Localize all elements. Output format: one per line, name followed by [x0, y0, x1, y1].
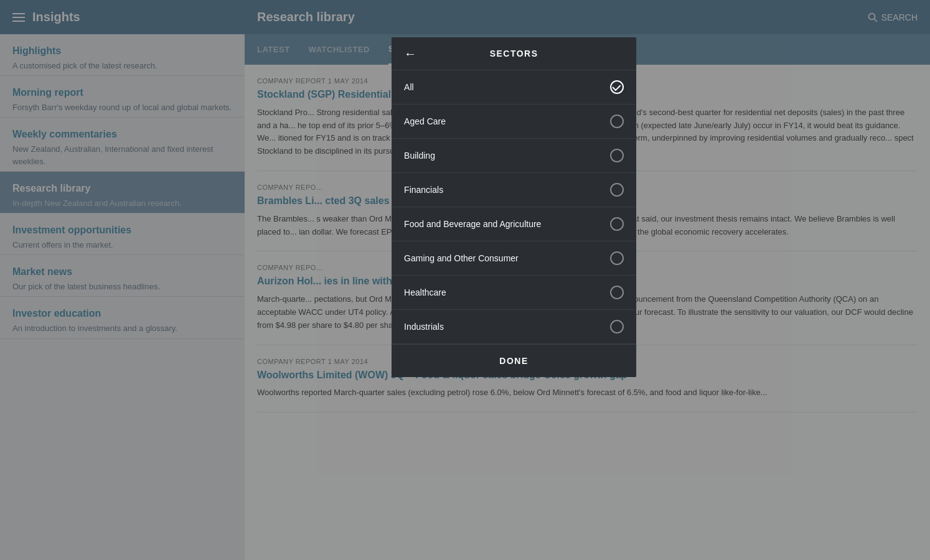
sector-radio-food-bev-agri: [610, 217, 624, 231]
sector-item-building[interactable]: Building: [392, 139, 636, 173]
sector-label-healthcare: Healthcare: [404, 287, 446, 297]
modal-header: ← SECTORS: [392, 37, 636, 70]
modal-title: SECTORS: [424, 49, 604, 58]
sector-label-aged-care: Aged Care: [404, 116, 446, 126]
sector-radio-all: [610, 80, 624, 94]
back-button[interactable]: ←: [404, 47, 416, 60]
done-button[interactable]: DONE: [392, 344, 636, 377]
sector-radio-industrials: [610, 320, 624, 334]
sector-item-industrials[interactable]: Industrials: [392, 310, 636, 344]
sector-item-healthcare[interactable]: Healthcare: [392, 276, 636, 310]
sector-radio-building: [610, 149, 624, 162]
sector-item-all[interactable]: All: [392, 70, 636, 105]
sector-radio-healthcare: [610, 286, 624, 299]
sectors-modal: ← SECTORS All Aged Care Building Financi…: [392, 37, 636, 377]
sector-label-all: All: [404, 82, 414, 92]
sector-label-industrials: Industrials: [404, 322, 444, 332]
sector-item-gaming-consumer[interactable]: Gaming and Other Consumer: [392, 241, 636, 276]
sector-item-food-bev-agri[interactable]: Food and Beverage and Agriculture: [392, 207, 636, 241]
sector-label-financials: Financials: [404, 185, 443, 195]
sector-label-building: Building: [404, 151, 435, 161]
sector-item-aged-care[interactable]: Aged Care: [392, 105, 636, 139]
sectors-list: All Aged Care Building Financials Food a…: [392, 70, 636, 344]
sector-radio-aged-care: [610, 114, 624, 128]
sector-item-financials[interactable]: Financials: [392, 173, 636, 207]
sector-label-gaming-consumer: Gaming and Other Consumer: [404, 253, 519, 263]
sector-label-food-bev-agri: Food and Beverage and Agriculture: [404, 219, 541, 229]
sector-radio-financials: [610, 183, 624, 197]
sector-radio-gaming-consumer: [610, 251, 624, 265]
